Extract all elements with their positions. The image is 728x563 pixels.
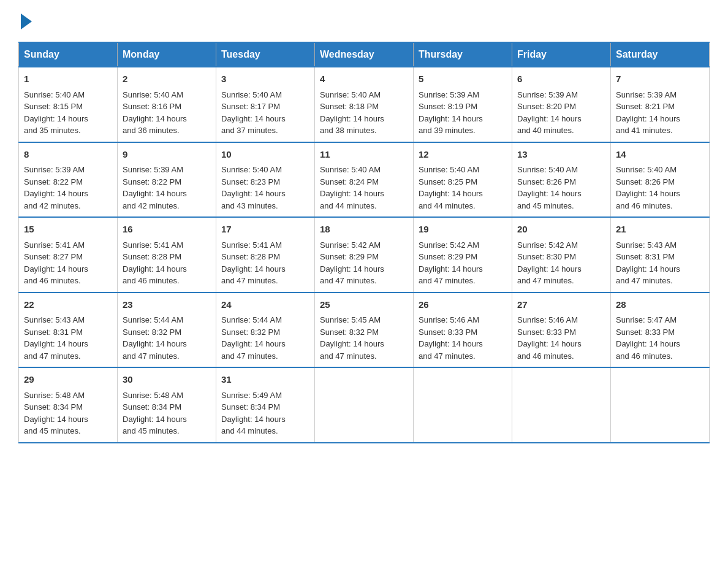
- day-number: 6: [517, 72, 605, 86]
- day-number: 18: [320, 223, 408, 237]
- sunset-label: Sunset: 8:26 PM: [616, 177, 675, 186]
- calendar-cell: 23Sunrise: 5:44 AMSunset: 8:32 PMDayligh…: [118, 293, 216, 368]
- sunrise-label: Sunrise: 5:42 AM: [517, 240, 578, 250]
- daylight-label: Daylight: 14 hours: [24, 415, 88, 424]
- sunset-label: Sunset: 8:30 PM: [517, 252, 576, 261]
- calendar-header-row: SundayMondayTuesdayWednesdayThursdayFrid…: [19, 42, 710, 67]
- sunset-label: Sunset: 8:16 PM: [123, 102, 181, 111]
- calendar-cell: 8Sunrise: 5:39 AMSunset: 8:22 PMDaylight…: [19, 142, 118, 218]
- daylight-label: Daylight: 14 hours: [24, 264, 88, 274]
- sunrise-label: Sunrise: 5:41 AM: [123, 240, 183, 250]
- daylight-label: Daylight: 14 hours: [320, 114, 384, 123]
- daylight-minutes: and 47 minutes.: [320, 276, 377, 285]
- sunrise-label: Sunrise: 5:40 AM: [419, 165, 479, 174]
- sunset-label: Sunset: 8:33 PM: [616, 327, 675, 337]
- calendar-cell: 13Sunrise: 5:40 AMSunset: 8:26 PMDayligh…: [512, 142, 611, 218]
- daylight-minutes: and 46 minutes.: [616, 351, 673, 361]
- daylight-label: Daylight: 14 hours: [123, 415, 187, 424]
- day-number: 26: [419, 298, 507, 312]
- sunrise-label: Sunrise: 5:48 AM: [24, 391, 85, 400]
- calendar-cell: 1Sunrise: 5:40 AMSunset: 8:15 PMDaylight…: [19, 67, 118, 142]
- daylight-minutes: and 47 minutes.: [419, 276, 476, 285]
- calendar-cell: 18Sunrise: 5:42 AMSunset: 8:29 PMDayligh…: [315, 217, 414, 293]
- sunrise-label: Sunrise: 5:43 AM: [24, 315, 85, 324]
- daylight-minutes: and 45 minutes.: [517, 201, 574, 210]
- daylight-label: Daylight: 14 hours: [517, 264, 582, 274]
- daylight-minutes: and 47 minutes.: [616, 276, 673, 285]
- sunrise-label: Sunrise: 5:47 AM: [616, 315, 677, 324]
- sunrise-label: Sunrise: 5:41 AM: [221, 240, 282, 250]
- sunrise-label: Sunrise: 5:39 AM: [616, 90, 677, 99]
- daylight-label: Daylight: 14 hours: [24, 189, 88, 198]
- day-number: 29: [24, 373, 112, 387]
- day-number: 15: [24, 223, 112, 237]
- header-friday: Friday: [512, 42, 611, 67]
- day-number: 25: [320, 298, 408, 312]
- calendar-cell: 26Sunrise: 5:46 AMSunset: 8:33 PMDayligh…: [414, 293, 512, 368]
- daylight-minutes: and 44 minutes.: [221, 426, 278, 435]
- daylight-label: Daylight: 14 hours: [517, 189, 582, 198]
- sunrise-label: Sunrise: 5:40 AM: [616, 165, 677, 174]
- daylight-label: Daylight: 14 hours: [419, 189, 483, 198]
- daylight-label: Daylight: 14 hours: [616, 189, 680, 198]
- calendar-cell: 29Sunrise: 5:48 AMSunset: 8:34 PMDayligh…: [19, 367, 118, 443]
- calendar-cell: 19Sunrise: 5:42 AMSunset: 8:29 PMDayligh…: [414, 217, 512, 293]
- calendar-cell: 24Sunrise: 5:44 AMSunset: 8:32 PMDayligh…: [216, 293, 315, 368]
- sunset-label: Sunset: 8:29 PM: [419, 252, 477, 261]
- calendar-cell: 5Sunrise: 5:39 AMSunset: 8:19 PMDaylight…: [414, 67, 512, 142]
- calendar-cell: 14Sunrise: 5:40 AMSunset: 8:26 PMDayligh…: [611, 142, 710, 218]
- sunset-label: Sunset: 8:34 PM: [24, 402, 83, 412]
- sunset-label: Sunset: 8:32 PM: [320, 327, 379, 337]
- daylight-minutes: and 47 minutes.: [221, 351, 278, 361]
- calendar-table: SundayMondayTuesdayWednesdayThursdayFrid…: [18, 42, 710, 443]
- calendar-cell: 21Sunrise: 5:43 AMSunset: 8:31 PMDayligh…: [611, 217, 710, 293]
- calendar-cell: [414, 367, 512, 443]
- calendar-week-row: 8Sunrise: 5:39 AMSunset: 8:22 PMDaylight…: [19, 142, 710, 218]
- sunrise-label: Sunrise: 5:40 AM: [320, 90, 381, 99]
- sunrise-label: Sunrise: 5:40 AM: [517, 165, 578, 174]
- day-number: 27: [517, 298, 605, 312]
- calendar-cell: 11Sunrise: 5:40 AMSunset: 8:24 PMDayligh…: [315, 142, 414, 218]
- day-number: 3: [221, 72, 309, 86]
- day-number: 24: [221, 298, 309, 312]
- calendar-cell: 17Sunrise: 5:41 AMSunset: 8:28 PMDayligh…: [216, 217, 315, 293]
- sunset-label: Sunset: 8:21 PM: [616, 102, 675, 111]
- header-sunday: Sunday: [19, 42, 118, 67]
- daylight-minutes: and 47 minutes.: [123, 351, 180, 361]
- logo-arrow-icon: [21, 13, 32, 29]
- day-number: 7: [616, 72, 704, 86]
- day-number: 30: [123, 373, 211, 387]
- sunset-label: Sunset: 8:20 PM: [517, 102, 576, 111]
- sunrise-label: Sunrise: 5:44 AM: [123, 315, 183, 324]
- sunset-label: Sunset: 8:28 PM: [123, 252, 181, 261]
- header-thursday: Thursday: [414, 42, 512, 67]
- sunset-label: Sunset: 8:34 PM: [221, 402, 280, 412]
- sunrise-label: Sunrise: 5:48 AM: [123, 391, 183, 400]
- sunset-label: Sunset: 8:33 PM: [419, 327, 477, 337]
- daylight-minutes: and 35 minutes.: [24, 126, 81, 135]
- daylight-label: Daylight: 14 hours: [616, 264, 680, 274]
- sunrise-label: Sunrise: 5:49 AM: [221, 391, 282, 400]
- daylight-label: Daylight: 14 hours: [419, 339, 483, 348]
- sunrise-label: Sunrise: 5:40 AM: [24, 90, 85, 99]
- calendar-cell: [611, 367, 710, 443]
- calendar-cell: 27Sunrise: 5:46 AMSunset: 8:33 PMDayligh…: [512, 293, 611, 368]
- daylight-label: Daylight: 14 hours: [24, 339, 88, 348]
- sunrise-label: Sunrise: 5:40 AM: [221, 165, 282, 174]
- calendar-cell: 9Sunrise: 5:39 AMSunset: 8:22 PMDaylight…: [118, 142, 216, 218]
- calendar-week-row: 15Sunrise: 5:41 AMSunset: 8:27 PMDayligh…: [19, 217, 710, 293]
- calendar-cell: [315, 367, 414, 443]
- sunrise-label: Sunrise: 5:46 AM: [517, 315, 578, 324]
- daylight-minutes: and 42 minutes.: [24, 201, 81, 210]
- day-number: 31: [221, 373, 309, 387]
- sunset-label: Sunset: 8:23 PM: [221, 177, 280, 186]
- sunset-label: Sunset: 8:26 PM: [517, 177, 576, 186]
- day-number: 10: [221, 148, 309, 162]
- daylight-label: Daylight: 14 hours: [517, 339, 582, 348]
- sunset-label: Sunset: 8:27 PM: [24, 252, 83, 261]
- daylight-minutes: and 47 minutes.: [24, 351, 81, 361]
- day-number: 22: [24, 298, 112, 312]
- calendar-cell: 20Sunrise: 5:42 AMSunset: 8:30 PMDayligh…: [512, 217, 611, 293]
- sunrise-label: Sunrise: 5:39 AM: [24, 165, 85, 174]
- sunrise-label: Sunrise: 5:41 AM: [24, 240, 85, 250]
